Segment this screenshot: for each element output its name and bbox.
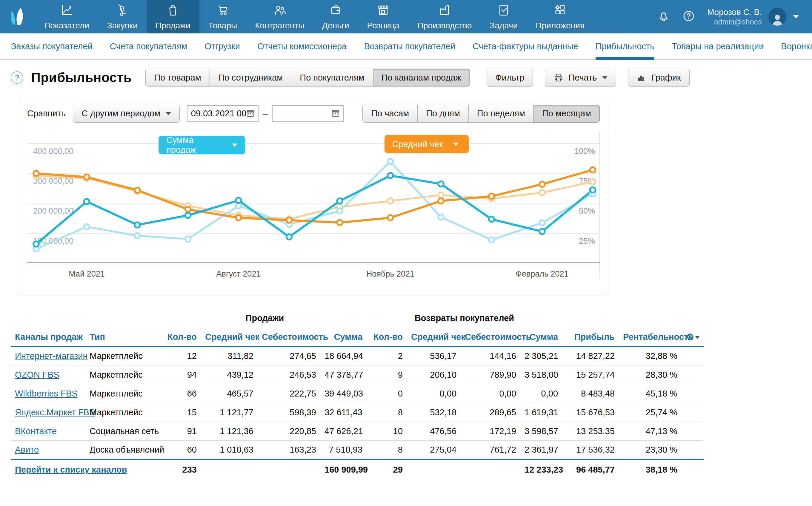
user-menu[interactable]: Морозов С. В. admin@shoes xyxy=(707,7,799,26)
view-by-employees-button[interactable]: По сотрудникам xyxy=(210,69,292,87)
compare-mode-dropdown[interactable]: С другим периодом xyxy=(73,105,180,122)
tab-tovary-na-realizatsii[interactable]: Товары на реализации xyxy=(663,33,772,59)
tab-scheta-faktury[interactable]: Счета-фактуры выданные xyxy=(464,33,587,59)
col-header-margin[interactable]: Рентабельность xyxy=(619,328,681,347)
chart-point[interactable] xyxy=(135,233,140,238)
filter-button[interactable]: Фильтр xyxy=(487,69,533,87)
date-from-input[interactable] xyxy=(191,109,246,118)
col-header-returns-cost[interactable]: Себестоимость xyxy=(461,328,520,347)
view-by-products-button[interactable]: По товарам xyxy=(145,69,210,87)
chart-point[interactable] xyxy=(337,220,343,225)
col-header-returns-avg[interactable]: Средний чек xyxy=(407,328,461,347)
col-header-returns-qty[interactable]: Кол-во xyxy=(367,328,407,347)
chart-point[interactable] xyxy=(84,199,89,204)
nav-item-dengi[interactable]: Деньги xyxy=(313,0,358,33)
chart-point[interactable] xyxy=(590,179,596,184)
tab-otgruzki[interactable]: Отгрузки xyxy=(196,33,249,59)
chart-point[interactable] xyxy=(84,224,89,230)
chart-point[interactable] xyxy=(287,218,292,223)
nav-item-prodazhi[interactable]: Продажи xyxy=(147,0,200,33)
chart-point[interactable] xyxy=(337,208,343,214)
nav-item-roznitsa[interactable]: Розница xyxy=(358,0,408,33)
chart-point[interactable] xyxy=(236,203,241,208)
page-help-icon[interactable]: ? xyxy=(11,71,23,84)
chart-point[interactable] xyxy=(489,237,494,243)
tab-voronka-prodazh[interactable]: Воронка продаж xyxy=(772,33,812,59)
col-header-sales-cost[interactable]: Себестоимость xyxy=(257,328,320,347)
notifications-bell-icon[interactable] xyxy=(657,10,670,24)
chart-point[interactable] xyxy=(287,234,292,240)
nav-item-kontragenty[interactable]: Контрагенты xyxy=(246,0,313,33)
chart-point[interactable] xyxy=(84,174,89,180)
chart-point[interactable] xyxy=(539,229,545,234)
view-by-channels-button[interactable]: По каналам продаж xyxy=(373,69,470,87)
chart-point[interactable] xyxy=(489,217,494,222)
tab-pribylnost[interactable]: Прибыльность xyxy=(587,33,663,59)
right-metric-dropdown[interactable]: Средний чек xyxy=(384,135,469,153)
granularity-days-button[interactable]: По дням xyxy=(417,105,469,122)
channel-link[interactable]: OZON FBS xyxy=(15,370,59,380)
date-from-field[interactable] xyxy=(187,105,259,122)
nav-item-zadachi[interactable]: Задачи xyxy=(481,0,527,33)
chart-point[interactable] xyxy=(186,236,191,242)
view-by-customers-button[interactable]: По покупателям xyxy=(291,69,373,87)
col-header-type[interactable]: Тип xyxy=(85,328,163,347)
chart-point[interactable] xyxy=(135,222,140,228)
nav-item-tovary[interactable]: Товары xyxy=(200,0,246,33)
chart-point[interactable] xyxy=(590,187,596,193)
chart-point[interactable] xyxy=(539,220,545,226)
channel-link[interactable]: Wildberries FBS xyxy=(15,389,78,398)
channel-link[interactable]: Авито xyxy=(15,445,39,454)
nav-item-prilozheniya[interactable]: Приложения xyxy=(527,0,593,33)
channel-link[interactable]: Яндекс.Маркет FBS xyxy=(15,408,95,417)
chart-toggle-button[interactable]: График xyxy=(628,69,689,87)
col-header-sales-avg[interactable]: Средний чек xyxy=(201,328,257,347)
chart-point[interactable] xyxy=(33,241,39,247)
print-button[interactable]: Печать xyxy=(545,69,616,87)
nav-item-proizvodstvo[interactable]: Производство xyxy=(409,0,481,33)
chart-point[interactable] xyxy=(489,194,494,199)
channel-link[interactable]: Интернет-магазин xyxy=(15,351,88,361)
chart-point[interactable] xyxy=(388,173,393,178)
chart-point[interactable] xyxy=(438,192,444,198)
chart-point[interactable] xyxy=(135,188,140,193)
chart-point[interactable] xyxy=(438,215,444,220)
chevron-down-icon[interactable] xyxy=(793,15,799,18)
date-to-input[interactable] xyxy=(276,109,331,118)
chart-point[interactable] xyxy=(438,198,444,204)
nav-item-pokazateli[interactable]: Показатели xyxy=(35,0,98,33)
granularity-months-button[interactable]: По месяцам xyxy=(533,105,600,122)
nav-item-zakupki[interactable]: Закупки xyxy=(98,0,147,33)
moysklad-logo[interactable] xyxy=(0,0,35,33)
col-header-channels[interactable]: Каналы продаж xyxy=(11,328,85,347)
help-icon[interactable] xyxy=(682,10,695,24)
chart-point[interactable] xyxy=(438,181,444,186)
calendar-icon[interactable] xyxy=(331,109,340,119)
chart-point[interactable] xyxy=(186,207,191,212)
chart-point[interactable] xyxy=(236,215,241,221)
chart-point[interactable] xyxy=(337,198,343,204)
avatar[interactable] xyxy=(768,8,786,26)
tab-vozvraty-pokupateley[interactable]: Возвраты покупателей xyxy=(355,33,464,59)
chart-point[interactable] xyxy=(388,159,393,164)
tab-scheta-pokupatelyam[interactable]: Счета покупателям xyxy=(101,33,196,59)
granularity-weeks-button[interactable]: По неделям xyxy=(468,105,534,122)
chart-point[interactable] xyxy=(539,190,545,195)
channel-link[interactable]: ВКонтакте xyxy=(15,426,57,436)
tab-zakazy-pokupateley[interactable]: Заказы покупателей xyxy=(2,33,101,59)
chart-point[interactable] xyxy=(388,215,393,221)
chart-point[interactable] xyxy=(186,213,191,218)
chart-point[interactable] xyxy=(33,171,39,176)
col-header-profit[interactable]: Прибыль xyxy=(562,328,619,347)
tab-otchety-komissionera[interactable]: Отчеты комиссионера xyxy=(249,33,355,59)
go-to-channels-link[interactable]: Перейти к списку каналов xyxy=(15,465,127,475)
left-metric-dropdown[interactable]: Сумма продаж xyxy=(158,136,245,154)
chart-point[interactable] xyxy=(236,198,241,203)
date-to-field[interactable] xyxy=(272,105,344,122)
chart-point[interactable] xyxy=(388,198,393,204)
calendar-icon[interactable] xyxy=(246,109,255,119)
col-header-sales-qty[interactable]: Кол-во xyxy=(163,328,201,347)
chart-point[interactable] xyxy=(590,167,596,172)
chart-point[interactable] xyxy=(539,182,545,187)
granularity-hours-button[interactable]: По часам xyxy=(362,105,418,122)
